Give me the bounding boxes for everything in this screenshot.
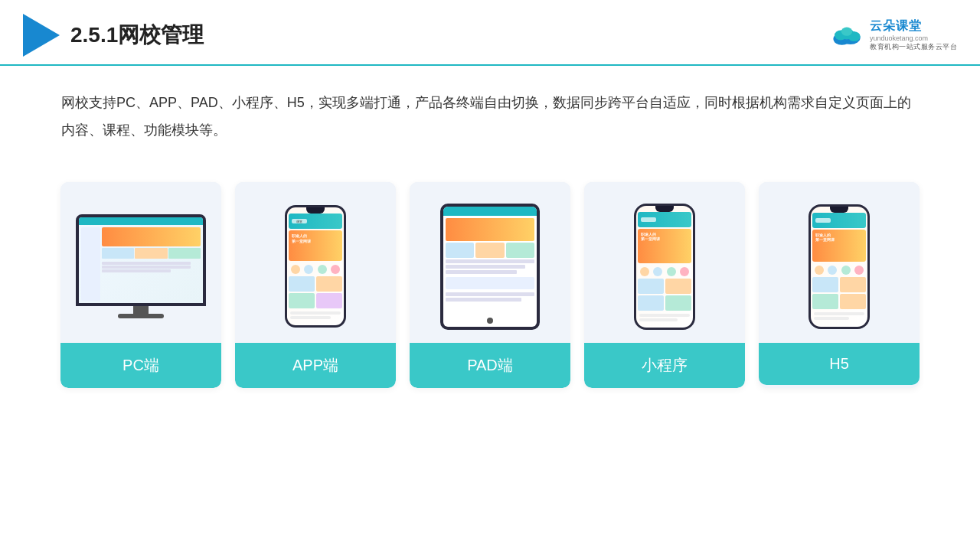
cards-container: PC端 课堂 职途人的第一堂网课 [0, 159, 980, 411]
logo-triangle-icon [23, 14, 60, 57]
card-h5-image: 职途人的第一堂网课 [759, 182, 920, 343]
card-miniprogram-image: 职途人的第一堂网课 [584, 182, 745, 343]
pad-tablet-icon [440, 204, 540, 330]
logo-main-text: 云朵课堂 [870, 18, 922, 34]
card-app-image: 课堂 职途人的第一堂网课 [235, 182, 396, 343]
card-miniprogram-label: 小程序 [584, 343, 745, 388]
header-right: 云朵课堂 yunduoketang.com 教育机构一站式服务云平台 [828, 18, 957, 52]
card-h5-label: H5 [759, 343, 920, 385]
header: 2.5.1网校管理 云朵课堂 yunduoketang.com 教育机构一站式服… [0, 0, 980, 66]
card-pc-image [60, 182, 221, 343]
logo-domain: yunduoketang.com [870, 34, 928, 42]
app-phone-icon: 课堂 职途人的第一堂网课 [285, 205, 346, 328]
h5-phone-icon: 职途人的第一堂网课 [808, 204, 870, 329]
logo-text: 云朵课堂 yunduoketang.com 教育机构一站式服务云平台 [870, 18, 957, 52]
header-left: 2.5.1网校管理 [23, 14, 204, 57]
card-pad-image [410, 182, 570, 343]
card-pad-label: PAD端 [410, 343, 570, 388]
card-pad: PAD端 [410, 182, 570, 388]
cloud-icon [828, 21, 865, 49]
miniprogram-phone-icon: 职途人的第一堂网课 [634, 204, 695, 330]
card-pc-label: PC端 [60, 343, 221, 388]
card-app: 课堂 职途人的第一堂网课 [235, 182, 396, 388]
brand-logo: 云朵课堂 yunduoketang.com 教育机构一站式服务云平台 [828, 18, 957, 52]
card-pc: PC端 [60, 182, 221, 388]
card-app-label: APP端 [235, 343, 396, 388]
logo-sub-text: 教育机构一站式服务云平台 [870, 42, 957, 52]
pc-monitor-icon [76, 214, 206, 318]
description-text: 网校支持PC、APP、PAD、小程序、H5，实现多端打通，产品各终端自由切换，数… [0, 66, 980, 152]
page-title: 2.5.1网校管理 [70, 21, 204, 50]
card-miniprogram: 职途人的第一堂网课 [584, 182, 745, 388]
svg-point-5 [841, 28, 852, 36]
card-h5: 职途人的第一堂网课 [759, 182, 920, 388]
